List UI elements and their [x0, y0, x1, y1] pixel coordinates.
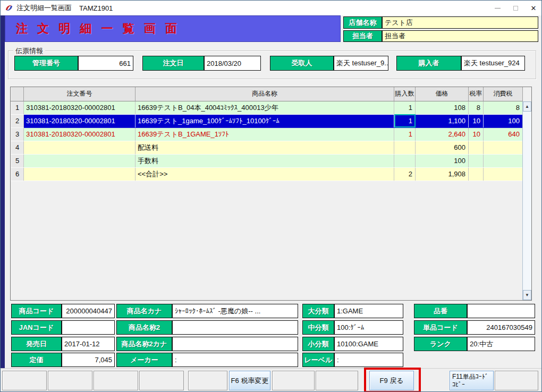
- cell-tax[interactable]: [484, 141, 523, 154]
- cell-tax-rate[interactable]: 10: [469, 127, 484, 141]
- mgmt-no-field[interactable]: 661: [78, 56, 133, 71]
- maker-label: メーカー: [116, 353, 172, 367]
- jan-code-field[interactable]: [62, 320, 115, 335]
- cell-tax[interactable]: [484, 167, 523, 181]
- window-minimize-button[interactable]: [488, 1, 506, 15]
- f9-back-button[interactable]: F9 戻る: [369, 371, 414, 390]
- list-price-field[interactable]: 7,045: [62, 353, 115, 367]
- cell-tax-rate[interactable]: [469, 154, 484, 167]
- maker-field[interactable]: :: [172, 353, 298, 367]
- staff-field[interactable]: 担当者: [382, 30, 538, 42]
- col-header-order-no[interactable]: 注文番号: [24, 87, 136, 101]
- cell-price[interactable]: 100: [416, 154, 469, 167]
- release-date-field[interactable]: 2017-01-12: [62, 337, 115, 351]
- product-name2-field[interactable]: [172, 320, 298, 335]
- cell-qty[interactable]: [394, 154, 416, 167]
- cell-tax-rate[interactable]: [469, 167, 484, 181]
- table-row-total[interactable]: 6 <<合計>> 2 1,908: [11, 167, 523, 181]
- cell-price[interactable]: 1,100: [416, 114, 469, 127]
- product-kana-label: 商品名カナ: [116, 304, 172, 318]
- cell-product[interactable]: 手数料: [136, 154, 394, 167]
- fkey-blank-1[interactable]: [2, 371, 47, 390]
- table-vertical-scrollbar[interactable]: ▲ ▼: [522, 101, 531, 300]
- cell-product[interactable]: 16639テストB_1GAME_1ｿﾌﾄ: [136, 127, 394, 141]
- fkey-blank-3[interactable]: [94, 371, 138, 390]
- fkey-blank-5[interactable]: [188, 371, 227, 390]
- cell-product[interactable]: <<合計>>: [136, 167, 394, 181]
- table-row[interactable]: 3 310381-20180320-00002801 16639テストB_1GA…: [11, 127, 523, 141]
- f11-unit-code-copy-button[interactable]: F11単品ｺｰﾄﾞ ｺﾋﾟｰ: [450, 371, 494, 390]
- scroll-up-button[interactable]: ▲: [523, 101, 531, 112]
- major-class-field[interactable]: 1:GAME: [334, 304, 403, 318]
- row-number: 2: [11, 114, 24, 127]
- cell-price[interactable]: 1,908: [416, 167, 469, 181]
- cell-price[interactable]: 2,640: [416, 127, 469, 141]
- jan-code-label: JANコード: [11, 320, 62, 335]
- cell-tax-rate[interactable]: 8: [469, 101, 484, 114]
- cell-tax-rate[interactable]: 10: [469, 114, 484, 127]
- cell-tax[interactable]: 8: [484, 101, 523, 114]
- cell-order-no[interactable]: 310381-20180320-00002801: [24, 114, 136, 127]
- cell-qty[interactable]: 1: [394, 101, 416, 114]
- fkey-blank-4[interactable]: [139, 371, 184, 390]
- cell-order-no[interactable]: [24, 154, 136, 167]
- cell-order-no[interactable]: [24, 141, 136, 154]
- cell-price[interactable]: 600: [416, 141, 469, 154]
- table-row[interactable]: 4 配送料 600: [11, 141, 523, 154]
- window-maximize-button[interactable]: [506, 1, 524, 15]
- cell-qty-focused[interactable]: 1: [394, 114, 416, 127]
- cell-qty[interactable]: 1: [394, 127, 416, 141]
- middle-class-field[interactable]: 100:ｹﾞｰﾑ: [334, 320, 403, 335]
- table-row[interactable]: 1 310381-20180320-00002801 16639テストB_04本…: [11, 101, 523, 114]
- cell-tax[interactable]: [484, 154, 523, 167]
- product-kana-field[interactable]: ｼｬｰﾛｯｸ･ﾎｰﾑｽﾞ -悪魔の娘-- ...: [172, 304, 298, 318]
- col-header-product[interactable]: 商品名称: [136, 87, 394, 101]
- order-detail-window: 注文明細一覧画面 TAMZ1901 ✕ 注 文 明 細 一 覧 画 面 店舗名称…: [0, 0, 542, 392]
- table-row-selected[interactable]: 2 310381-20180320-00002801 16639テスト_1gam…: [11, 114, 523, 127]
- cell-tax[interactable]: 100: [484, 114, 523, 127]
- cell-order-no[interactable]: [24, 167, 136, 181]
- item-no-label: 品番: [414, 304, 467, 318]
- row-number: 6: [11, 167, 24, 181]
- cell-order-no[interactable]: 310381-20180320-00002801: [24, 127, 136, 141]
- release-date-label: 発売日: [11, 337, 62, 351]
- row-number: 5: [11, 154, 24, 167]
- rank-field[interactable]: 20:中古: [467, 337, 535, 351]
- label-field-field[interactable]: :: [334, 353, 403, 367]
- shop-name-field[interactable]: テスト店: [382, 16, 538, 29]
- col-header-qty[interactable]: 購入数: [394, 87, 416, 101]
- fkey-blank-2[interactable]: [48, 371, 92, 390]
- receiver-field[interactable]: 楽天 testuser_9...: [334, 56, 388, 71]
- window-close-button[interactable]: ✕: [524, 1, 542, 15]
- item-no-field[interactable]: [467, 304, 535, 318]
- unit-code-field[interactable]: 240167030549: [467, 320, 535, 335]
- cell-order-no[interactable]: 310381-20180320-00002801: [24, 101, 136, 114]
- product-name2-kana-field[interactable]: [172, 337, 298, 351]
- f6-tax-rate-change-button[interactable]: F6 税率変更: [229, 371, 270, 390]
- cell-product[interactable]: 16639テストB_04本_4004ｺﾐｯｸｽ_400013少年: [136, 101, 394, 114]
- product-code-field[interactable]: 200000040447: [62, 304, 115, 318]
- window-title-code: TAMZ1901: [79, 4, 113, 12]
- maximize-icon: [513, 6, 518, 11]
- minor-class-field[interactable]: 10100:GAME: [334, 337, 403, 351]
- cell-tax-rate[interactable]: [469, 141, 484, 154]
- col-header-tax[interactable]: 消費税: [484, 87, 523, 101]
- cell-qty[interactable]: [394, 141, 416, 154]
- cell-product[interactable]: 配送料: [136, 141, 394, 154]
- f11-button-line1: F11単品ｺｰﾄﾞ: [452, 373, 488, 381]
- cell-product[interactable]: 16639テスト_1game_100ｹﾞｰﾑｿﾌﾄ_10100ｹﾞｰﾑ: [136, 114, 394, 127]
- fkey-blank-7[interactable]: [272, 371, 315, 390]
- col-header-price[interactable]: 価格: [416, 87, 469, 101]
- product-code-label: 商品コード: [11, 304, 62, 318]
- order-date-field[interactable]: 2018/03/20: [204, 56, 261, 71]
- table-row[interactable]: 5 手数料 100: [11, 154, 523, 167]
- cell-tax[interactable]: 640: [484, 127, 523, 141]
- fkey-blank-12[interactable]: [495, 371, 538, 390]
- app-icon: [5, 4, 13, 12]
- cell-price[interactable]: 108: [416, 101, 469, 114]
- fkey-blank-8[interactable]: [316, 371, 358, 390]
- scroll-down-button[interactable]: ▼: [523, 290, 531, 300]
- purchaser-field[interactable]: 楽天 testuser_924: [461, 56, 525, 71]
- col-header-tax-rate[interactable]: 税率: [469, 87, 484, 101]
- cell-qty[interactable]: 2: [394, 167, 416, 181]
